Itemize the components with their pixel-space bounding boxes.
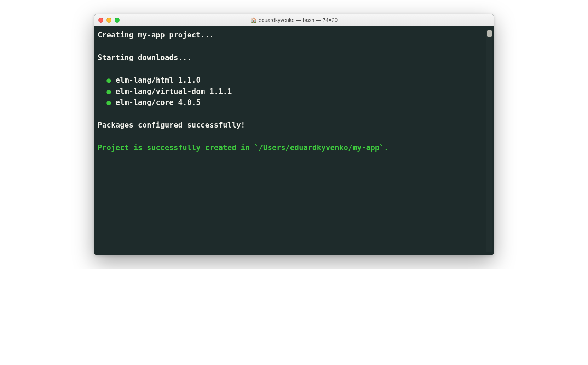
- output-line: [98, 41, 485, 52]
- scrollbar-thumb[interactable]: [487, 30, 492, 37]
- package-line: ● elm-lang/virtual-dom 1.1.1: [98, 86, 485, 98]
- output-line: [98, 131, 485, 142]
- package-line: ● elm-lang/html 1.1.0: [98, 75, 485, 86]
- minimize-button[interactable]: [106, 18, 111, 23]
- window-title-text: eduardkyvenko — bash — 74×20: [259, 17, 338, 23]
- title-bar[interactable]: 🏠 eduardkyvenko — bash — 74×20: [94, 14, 494, 26]
- home-icon: 🏠: [250, 18, 256, 23]
- terminal-window: 🏠 eduardkyvenko — bash — 74×20 Creating …: [94, 14, 494, 255]
- close-button[interactable]: [98, 18, 103, 23]
- output-line: Starting downloads...: [98, 52, 485, 64]
- bullet-icon: ●: [106, 76, 111, 84]
- terminal-body[interactable]: Creating my-app project... Starting down…: [94, 26, 494, 255]
- package-name: elm-lang/core 4.0.5: [116, 98, 201, 107]
- bullet-icon: ●: [106, 87, 111, 96]
- package-line: ● elm-lang/core 4.0.5: [98, 97, 485, 108]
- output-line: Packages configured successfully!: [98, 120, 485, 131]
- scrollbar[interactable]: [486, 30, 492, 252]
- success-line: Project is successfully created in `/Use…: [98, 142, 485, 154]
- package-name: elm-lang/html 1.1.0: [116, 76, 201, 84]
- output-line: [98, 64, 485, 75]
- bullet-icon: ●: [106, 98, 111, 107]
- window-title: 🏠 eduardkyvenko — bash — 74×20: [94, 17, 494, 23]
- output-line: [98, 108, 485, 120]
- output-line: Creating my-app project...: [98, 30, 485, 41]
- traffic-lights: [98, 18, 120, 23]
- package-name: elm-lang/virtual-dom 1.1.1: [116, 87, 232, 96]
- terminal-content[interactable]: Creating my-app project... Starting down…: [98, 30, 485, 252]
- maximize-button[interactable]: [115, 18, 120, 23]
